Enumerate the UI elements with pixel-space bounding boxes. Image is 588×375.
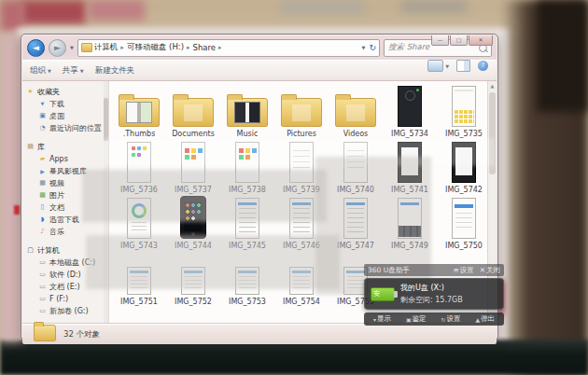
usb-action-button[interactable]: ↻ 设置 xyxy=(441,314,460,324)
file-item[interactable]: IMG_5747 xyxy=(329,196,383,250)
recent-pages-caret-icon[interactable]: ▼ xyxy=(70,45,74,50)
toolbar-button[interactable]: 组织 ▼ xyxy=(30,65,51,76)
sidebar-item[interactable]: 收藏夹 xyxy=(26,86,108,98)
file-item[interactable]: IMG_5745 xyxy=(220,196,274,250)
usb-action-button[interactable]: ▣ 鉴定 xyxy=(406,314,427,324)
file-name: IMG_5749 xyxy=(391,242,428,250)
file-name: IMG_5753 xyxy=(229,298,266,306)
usb-menu-button[interactable]: ≡ 设置 xyxy=(453,266,473,275)
file-item[interactable]: IMG_5743 xyxy=(112,196,166,250)
file-item[interactable]: IMG_5737 xyxy=(166,140,220,194)
preview-pane-button[interactable] xyxy=(456,60,470,72)
sidebar-item-label: 新加卷 (G:) xyxy=(49,306,89,316)
navigation-pane: 收藏夹 下载 桌面 最近访问的位置 xyxy=(22,81,109,323)
file-item[interactable]: IMG_5739 xyxy=(274,140,329,194)
sidebar-item[interactable]: 库 xyxy=(26,141,108,153)
sidebar-item-label: 计算机 xyxy=(37,245,60,256)
file-item[interactable]: Music xyxy=(220,84,274,138)
close-button[interactable]: ✕ xyxy=(469,35,493,46)
file-item[interactable]: IMG_5738 xyxy=(220,140,274,194)
sidebar-item[interactable]: 下载 xyxy=(26,98,108,110)
sidebar-item-label: 下载 xyxy=(49,99,64,109)
file-item[interactable]: IMG_5751 xyxy=(112,252,166,306)
file-item[interactable]: IMG_5735 xyxy=(437,84,491,138)
file-item[interactable]: IMG_5734 xyxy=(383,84,437,138)
file-item[interactable]: IMG_5749 xyxy=(383,196,437,250)
file-thumbnail xyxy=(235,198,259,239)
sidebar-item[interactable]: 音乐 xyxy=(26,226,108,238)
sidebar-item[interactable]: 迅雷下载 xyxy=(26,214,108,226)
file-item[interactable]: IMG_5746 xyxy=(274,196,329,250)
usb-action-label: 鉴定 xyxy=(413,314,427,324)
file-item[interactable]: Documents xyxy=(166,84,220,138)
sidebar-item-icon xyxy=(38,167,47,175)
file-item[interactable]: IMG_5744 xyxy=(166,196,220,250)
file-item[interactable]: Pictures xyxy=(274,84,329,138)
usb-free-space: 剩余空间: 15.7GB xyxy=(400,295,463,305)
file-item[interactable]: Videos xyxy=(329,84,383,138)
sidebar-item[interactable]: 暴风影视库 xyxy=(26,165,108,177)
sidebar-item[interactable]: 文档 (E:) xyxy=(26,281,108,293)
help-button[interactable]: ? xyxy=(478,61,488,71)
toolbar-button[interactable]: 新建文件夹 xyxy=(95,65,137,76)
sidebar-item-icon xyxy=(38,215,47,224)
forward-button[interactable]: ► xyxy=(49,39,66,57)
file-name: IMG_5744 xyxy=(175,242,212,250)
minimize-button[interactable]: — xyxy=(431,35,449,46)
sidebar-item-icon xyxy=(38,191,47,200)
scroll-up-icon[interactable]: ▲ xyxy=(488,81,497,90)
file-name: IMG_5747 xyxy=(337,242,374,250)
back-button[interactable]: ◄ xyxy=(27,39,45,57)
usb-panel-menu: ≡ 设置 ✕ 关闭 xyxy=(453,266,500,275)
file-name: IMG_5742 xyxy=(445,186,483,194)
file-item[interactable]: IMG_5752 xyxy=(166,252,220,306)
views-button[interactable]: ▼ xyxy=(427,60,449,72)
red-marker xyxy=(14,205,20,215)
sidebar-item[interactable]: 本地磁盘 (C:) xyxy=(26,257,108,269)
address-history-caret-icon[interactable]: ▼ xyxy=(362,45,366,50)
breadcrumb-item[interactable]: Share ▸ xyxy=(192,43,224,52)
file-item[interactable]: IMG_5736 xyxy=(112,140,166,194)
sidebar-item[interactable]: 文档 xyxy=(26,201,108,214)
sidebar-item[interactable]: 新加卷 (G:) xyxy=(26,305,108,317)
usb-panel-header: 360 U盘助手 ≡ 设置 ✕ 关闭 xyxy=(364,264,504,276)
maximize-button[interactable]: ▢ xyxy=(450,35,468,46)
sidebar-item-icon xyxy=(38,155,47,163)
file-name: IMG_5743 xyxy=(120,242,158,250)
sidebar-item[interactable]: 最近访问的位置 xyxy=(26,122,108,134)
file-thumbnail xyxy=(181,267,205,295)
file-item[interactable]: IMG_5750 xyxy=(437,196,491,250)
background-gray-object xyxy=(280,0,364,15)
file-item[interactable]: IMG_5753 xyxy=(220,252,274,306)
sidebar-item[interactable]: 视频 xyxy=(26,177,108,189)
sidebar-scrollbar-thumb[interactable] xyxy=(104,98,108,141)
file-item[interactable]: IMG_5754 xyxy=(274,252,329,306)
sidebar-scrollbar[interactable] xyxy=(104,81,108,323)
file-item[interactable]: IMG_5741 xyxy=(383,140,437,194)
usb-action-button[interactable]: ▲ 弹出 xyxy=(475,314,495,324)
breadcrumb-item[interactable]: 计算机 ▸ xyxy=(94,42,127,53)
file-scrollbar-thumb[interactable] xyxy=(489,92,496,174)
file-name: IMG_5752 xyxy=(175,298,212,306)
file-thumbnail xyxy=(452,86,476,127)
file-thumbnail xyxy=(452,142,476,183)
usb-action-label: 弹出 xyxy=(481,314,495,324)
sidebar-item[interactable]: 图片 xyxy=(26,189,108,201)
address-bar[interactable]: 计算机 ▸ 可移动磁盘 (H:) ▸ Share ▸ ▼ ↻ xyxy=(77,39,380,57)
file-item[interactable]: .Thumbs xyxy=(112,84,166,138)
sidebar-item[interactable]: 计算机 xyxy=(26,244,108,257)
sidebar-item[interactable]: 桌面 xyxy=(26,110,108,122)
breadcrumb-item[interactable]: 可移动磁盘 (H:) ▸ xyxy=(127,42,193,53)
file-item[interactable]: IMG_5740 xyxy=(329,140,383,194)
file-item[interactable]: IMG_5742 xyxy=(437,140,491,194)
usb-action-button[interactable]: ▾ 显示 xyxy=(373,314,391,324)
views-icon xyxy=(427,60,443,72)
sidebar-item[interactable]: F (F:) xyxy=(26,293,108,305)
usb-menu-button[interactable]: ✕ 关闭 xyxy=(480,266,500,275)
toolbar-button[interactable]: 共享 ▼ xyxy=(63,65,84,76)
chevron-down-icon: ▼ xyxy=(445,63,449,69)
sidebar-item[interactable]: Apps xyxy=(26,153,108,165)
sidebar-item[interactable]: 软件 (D:) xyxy=(26,269,108,281)
refresh-icon[interactable]: ↻ xyxy=(369,43,376,52)
file-name: IMG_5750 xyxy=(445,242,483,250)
